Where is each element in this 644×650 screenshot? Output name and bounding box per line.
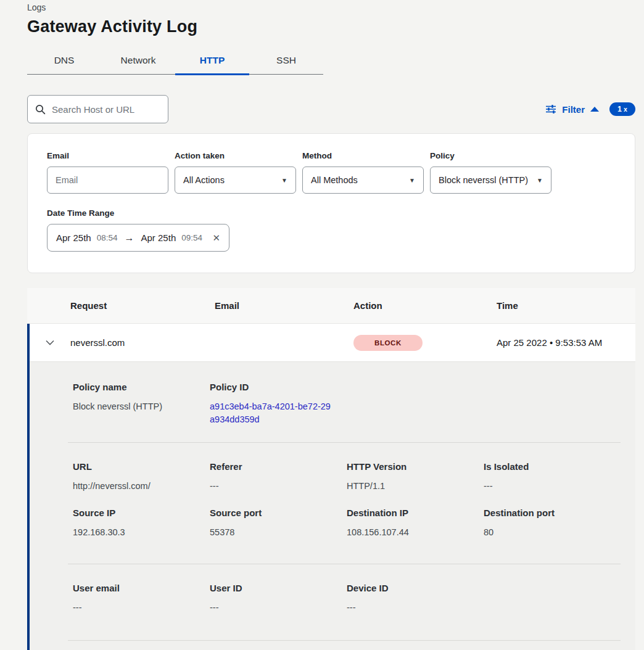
column-header-request: Request xyxy=(70,300,215,311)
http-version-label: HTTP Version xyxy=(347,461,484,472)
policy-filter-select[interactable]: Block neverssl (HTTP) ▼ xyxy=(430,167,551,194)
row-action: BLOCK xyxy=(353,335,497,351)
url-value: http://neverssl.com/ xyxy=(73,480,210,493)
toolbar: Filter 1 x xyxy=(27,95,635,123)
start-date: Apr 25th xyxy=(56,232,91,243)
table-header: Request Email Action Time xyxy=(27,288,635,324)
search-input[interactable] xyxy=(52,104,160,115)
user-email-value: --- xyxy=(73,601,210,614)
action-filter-field: Action taken All Actions ▼ xyxy=(175,151,296,194)
date-range-label: Date Time Range xyxy=(47,208,616,218)
row-time: Apr 25 2022 • 9:53:53 AM xyxy=(497,337,635,348)
filter-label: Filter xyxy=(562,104,585,115)
tab-ssh[interactable]: SSH xyxy=(249,50,323,74)
radar-link-row: View domain details in Radar → xyxy=(68,641,621,650)
collapse-caret-icon xyxy=(590,107,599,112)
action-filter-value: All Actions xyxy=(183,175,225,185)
referer-value: --- xyxy=(210,480,347,493)
source-ip-cell: Source IP 192.168.30.3 xyxy=(73,508,210,539)
policy-id-label: Policy ID xyxy=(210,382,347,392)
policy-name-value: Block neverssl (HTTP) xyxy=(73,400,210,413)
chevron-down-icon: ▼ xyxy=(537,177,543,184)
filter-panel: Email Action taken All Actions ▼ Method … xyxy=(27,133,635,273)
source-ip-label: Source IP xyxy=(73,508,210,518)
email-filter-label: Email xyxy=(47,151,168,160)
user-id-cell: User ID --- xyxy=(210,583,347,614)
user-email-cell: User email --- xyxy=(73,583,210,614)
log-type-tabs: DNS Network HTTP SSH xyxy=(27,50,323,75)
method-filter-select[interactable]: All Methods ▼ xyxy=(302,167,424,194)
http-version-value: HTTP/1.1 xyxy=(347,480,484,493)
device-id-value: --- xyxy=(347,601,484,614)
url-cell: URL http://neverssl.com/ xyxy=(73,461,210,493)
filter-count: 1 xyxy=(617,105,622,113)
active-filter-count-badge[interactable]: 1 x xyxy=(609,102,635,116)
policy-filter-label: Policy xyxy=(430,151,551,160)
user-id-value: --- xyxy=(210,601,347,614)
is-isolated-cell: Is Isolated --- xyxy=(484,461,621,493)
policy-name-label: Policy name xyxy=(73,382,210,392)
table-row[interactable]: neverssl.com BLOCK Apr 25 2022 • 9:53:53… xyxy=(30,324,635,362)
user-id-label: User ID xyxy=(210,583,347,593)
destination-port-label: Destination port xyxy=(484,508,621,518)
tab-network[interactable]: Network xyxy=(101,50,175,74)
action-filter-select[interactable]: All Actions ▼ xyxy=(175,167,296,194)
chevron-down-icon: ▼ xyxy=(409,177,415,184)
block-status-badge: BLOCK xyxy=(353,335,423,351)
log-entry-details: Policy name Block neverssl (HTTP) Policy… xyxy=(30,362,635,650)
method-filter-field: Method All Methods ▼ xyxy=(302,151,424,194)
policy-section: Policy name Block neverssl (HTTP) Policy… xyxy=(73,382,621,442)
is-isolated-value: --- xyxy=(484,480,621,493)
row-expand-toggle[interactable] xyxy=(30,340,70,345)
action-filter-label: Action taken xyxy=(175,151,296,160)
column-header-time: Time xyxy=(497,300,635,311)
search-icon xyxy=(35,104,46,115)
source-ip-value: 192.168.30.3 xyxy=(73,526,210,539)
column-header-action: Action xyxy=(353,300,497,311)
filter-toggle[interactable]: Filter 1 x xyxy=(545,102,635,116)
destination-port-value: 80 xyxy=(484,526,621,539)
device-id-label: Device ID xyxy=(347,583,484,593)
email-filter-input[interactable] xyxy=(47,167,168,194)
policy-id-cell: Policy ID a91c3eb4-ba7a-4201-be72-29a934… xyxy=(210,382,347,426)
chevron-down-icon: ▼ xyxy=(281,177,287,184)
page-title: Gateway Activity Log xyxy=(27,17,635,36)
destination-port-cell: Destination port 80 xyxy=(484,508,621,539)
destination-ip-value: 108.156.107.44 xyxy=(347,526,484,539)
tab-dns[interactable]: DNS xyxy=(27,50,101,74)
search-box[interactable] xyxy=(27,95,168,123)
expanded-log-entry: neverssl.com BLOCK Apr 25 2022 • 9:53:53… xyxy=(27,324,635,650)
range-arrow-icon: → xyxy=(123,232,136,244)
activity-log-table: Request Email Action Time neverssl.com B… xyxy=(27,288,635,650)
end-time: 09:54 xyxy=(181,233,202,242)
device-id-cell: Device ID --- xyxy=(347,583,484,614)
clear-filters-icon[interactable]: x xyxy=(624,105,627,113)
source-port-cell: Source port 55378 xyxy=(210,508,347,539)
row-request: neverssl.com xyxy=(70,337,215,348)
policy-filter-value: Block neverssl (HTTP) xyxy=(439,175,528,185)
policy-filter-field: Policy Block neverssl (HTTP) ▼ xyxy=(430,151,551,194)
clear-date-range-icon[interactable]: ✕ xyxy=(212,232,220,244)
is-isolated-label: Is Isolated xyxy=(484,461,621,472)
start-time: 08:54 xyxy=(97,233,118,242)
http-version-cell: HTTP Version HTTP/1.1 xyxy=(347,461,484,493)
chevron-down-icon xyxy=(46,340,54,345)
filter-sliders-icon xyxy=(545,104,556,114)
destination-ip-label: Destination IP xyxy=(347,508,484,518)
url-label: URL xyxy=(73,461,210,472)
user-section: User email --- User ID --- Device ID --- xyxy=(73,564,621,640)
user-email-label: User email xyxy=(73,583,210,593)
destination-ip-cell: Destination IP 108.156.107.44 xyxy=(347,508,484,539)
end-date: Apr 25th xyxy=(141,232,176,243)
gateway-activity-log-page: Logs Gateway Activity Log DNS Network HT… xyxy=(0,0,644,650)
date-range-picker[interactable]: Apr 25th 08:54 → Apr 25th 09:54 ✕ xyxy=(47,224,229,252)
tab-http[interactable]: HTTP xyxy=(175,50,249,74)
method-filter-label: Method xyxy=(302,151,424,160)
source-port-label: Source port xyxy=(210,508,347,518)
column-header-email: Email xyxy=(215,300,353,311)
referer-cell: Referer --- xyxy=(210,461,347,493)
breadcrumb[interactable]: Logs xyxy=(27,0,635,12)
email-filter-field: Email xyxy=(47,151,168,194)
policy-id-link[interactable]: a91c3eb4-ba7a-4201-be72-29a934dd359d xyxy=(210,400,331,426)
referer-label: Referer xyxy=(210,461,347,472)
